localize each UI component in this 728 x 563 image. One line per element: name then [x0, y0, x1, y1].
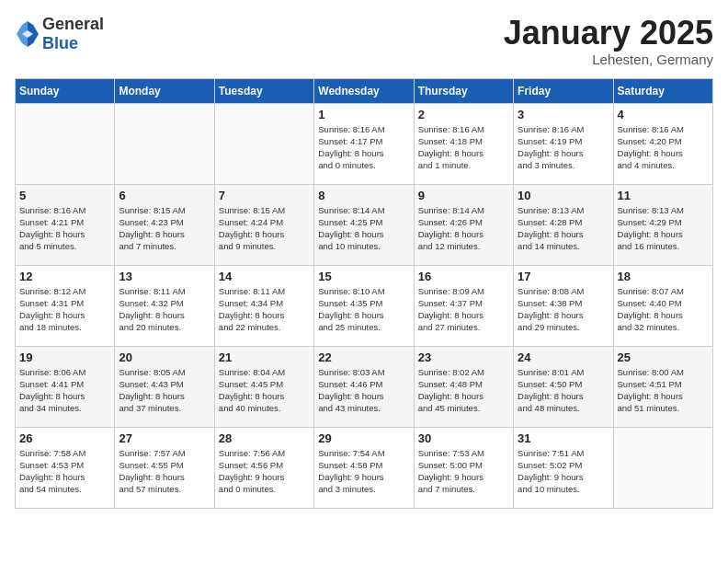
day-info: Sunrise: 7:57 AM Sunset: 4:55 PM Dayligh… — [119, 447, 210, 496]
day-number: 19 — [19, 350, 110, 364]
calendar-week-row: 1Sunrise: 8:16 AM Sunset: 4:17 PM Daylig… — [16, 103, 713, 184]
calendar-cell: 2Sunrise: 8:16 AM Sunset: 4:18 PM Daylig… — [414, 103, 513, 184]
calendar-cell: 9Sunrise: 8:14 AM Sunset: 4:26 PM Daylig… — [414, 184, 513, 265]
day-number: 26 — [19, 431, 110, 445]
day-number: 21 — [219, 350, 310, 364]
calendar-cell — [214, 103, 313, 184]
calendar-cell: 15Sunrise: 8:10 AM Sunset: 4:35 PM Dayli… — [314, 265, 414, 346]
day-info: Sunrise: 8:16 AM Sunset: 4:20 PM Dayligh… — [618, 123, 709, 172]
calendar-cell: 8Sunrise: 8:14 AM Sunset: 4:25 PM Daylig… — [314, 184, 414, 265]
calendar-cell: 17Sunrise: 8:08 AM Sunset: 4:38 PM Dayli… — [514, 265, 613, 346]
day-info: Sunrise: 8:07 AM Sunset: 4:40 PM Dayligh… — [618, 285, 709, 334]
calendar-cell: 26Sunrise: 7:58 AM Sunset: 4:53 PM Dayli… — [16, 427, 115, 508]
calendar-cell: 11Sunrise: 8:13 AM Sunset: 4:29 PM Dayli… — [613, 184, 712, 265]
day-info: Sunrise: 8:00 AM Sunset: 4:51 PM Dayligh… — [618, 366, 709, 415]
day-info: Sunrise: 8:16 AM Sunset: 4:19 PM Dayligh… — [518, 123, 609, 172]
calendar-cell: 25Sunrise: 8:00 AM Sunset: 4:51 PM Dayli… — [613, 346, 712, 427]
day-info: Sunrise: 8:10 AM Sunset: 4:35 PM Dayligh… — [318, 285, 409, 334]
day-number: 13 — [119, 270, 210, 283]
day-number: 31 — [518, 431, 609, 445]
calendar-cell: 22Sunrise: 8:03 AM Sunset: 4:46 PM Dayli… — [314, 346, 414, 427]
day-info: Sunrise: 8:16 AM Sunset: 4:18 PM Dayligh… — [418, 123, 509, 172]
day-info: Sunrise: 8:14 AM Sunset: 4:26 PM Dayligh… — [418, 204, 509, 253]
calendar-cell — [16, 103, 115, 184]
day-number: 27 — [119, 431, 210, 445]
calendar-week-row: 5Sunrise: 8:16 AM Sunset: 4:21 PM Daylig… — [16, 184, 713, 265]
day-info: Sunrise: 8:16 AM Sunset: 4:21 PM Dayligh… — [19, 204, 110, 253]
logo-blue: Blue — [42, 34, 78, 52]
calendar-cell: 29Sunrise: 7:54 AM Sunset: 4:58 PM Dayli… — [314, 427, 414, 508]
page-header: General Blue January 2025 Lehesten, Germ… — [15, 15, 713, 67]
weekday-header-cell: Saturday — [613, 78, 712, 103]
calendar-cell: 18Sunrise: 8:07 AM Sunset: 4:40 PM Dayli… — [613, 265, 712, 346]
day-info: Sunrise: 8:14 AM Sunset: 4:25 PM Dayligh… — [318, 204, 409, 253]
calendar-cell: 1Sunrise: 8:16 AM Sunset: 4:17 PM Daylig… — [314, 103, 414, 184]
calendar-cell: 7Sunrise: 8:15 AM Sunset: 4:24 PM Daylig… — [214, 184, 313, 265]
weekday-header-cell: Wednesday — [314, 78, 414, 103]
calendar-cell: 21Sunrise: 8:04 AM Sunset: 4:45 PM Dayli… — [214, 346, 313, 427]
day-number: 7 — [219, 189, 310, 202]
calendar-cell — [613, 427, 712, 508]
day-number: 12 — [19, 270, 110, 283]
calendar-cell: 24Sunrise: 8:01 AM Sunset: 4:50 PM Dayli… — [514, 346, 613, 427]
calendar-cell: 13Sunrise: 8:11 AM Sunset: 4:32 PM Dayli… — [115, 265, 214, 346]
calendar-cell: 12Sunrise: 8:12 AM Sunset: 4:31 PM Dayli… — [16, 265, 115, 346]
day-number: 14 — [219, 270, 310, 283]
day-number: 8 — [318, 189, 409, 202]
calendar-week-row: 19Sunrise: 8:06 AM Sunset: 4:41 PM Dayli… — [16, 346, 713, 427]
day-number: 10 — [518, 189, 609, 202]
day-number: 15 — [318, 270, 409, 283]
day-info: Sunrise: 7:51 AM Sunset: 5:02 PM Dayligh… — [518, 447, 609, 496]
day-info: Sunrise: 8:01 AM Sunset: 4:50 PM Dayligh… — [518, 366, 609, 415]
logo: General Blue — [15, 15, 104, 53]
day-number: 2 — [418, 108, 509, 121]
day-info: Sunrise: 7:53 AM Sunset: 5:00 PM Dayligh… — [418, 447, 509, 496]
day-info: Sunrise: 8:13 AM Sunset: 4:29 PM Dayligh… — [618, 204, 709, 253]
day-number: 16 — [418, 270, 509, 283]
day-number: 3 — [518, 108, 609, 121]
logo-icon — [15, 21, 40, 47]
calendar-cell: 5Sunrise: 8:16 AM Sunset: 4:21 PM Daylig… — [16, 184, 115, 265]
day-number: 1 — [318, 108, 409, 121]
weekday-header-cell: Tuesday — [214, 78, 313, 103]
calendar-cell: 27Sunrise: 7:57 AM Sunset: 4:55 PM Dayli… — [115, 427, 214, 508]
day-info: Sunrise: 8:02 AM Sunset: 4:48 PM Dayligh… — [418, 366, 509, 415]
calendar-cell: 20Sunrise: 8:05 AM Sunset: 4:43 PM Dayli… — [115, 346, 214, 427]
day-info: Sunrise: 8:08 AM Sunset: 4:38 PM Dayligh… — [518, 285, 609, 334]
day-info: Sunrise: 8:03 AM Sunset: 4:46 PM Dayligh… — [318, 366, 409, 415]
day-info: Sunrise: 8:05 AM Sunset: 4:43 PM Dayligh… — [119, 366, 210, 415]
calendar-cell: 3Sunrise: 8:16 AM Sunset: 4:19 PM Daylig… — [514, 103, 613, 184]
day-number: 22 — [318, 350, 409, 364]
logo-general: General — [42, 15, 104, 33]
weekday-header-cell: Monday — [115, 78, 214, 103]
day-info: Sunrise: 8:13 AM Sunset: 4:28 PM Dayligh… — [518, 204, 609, 253]
day-info: Sunrise: 8:16 AM Sunset: 4:17 PM Dayligh… — [318, 123, 409, 172]
day-number: 28 — [219, 431, 310, 445]
day-number: 6 — [119, 189, 210, 202]
day-number: 23 — [418, 350, 509, 364]
weekday-header-cell: Thursday — [414, 78, 513, 103]
day-number: 17 — [518, 270, 609, 283]
calendar-cell — [115, 103, 214, 184]
day-info: Sunrise: 8:15 AM Sunset: 4:23 PM Dayligh… — [119, 204, 210, 253]
calendar-week-row: 12Sunrise: 8:12 AM Sunset: 4:31 PM Dayli… — [16, 265, 713, 346]
calendar-cell: 10Sunrise: 8:13 AM Sunset: 4:28 PM Dayli… — [514, 184, 613, 265]
day-number: 25 — [618, 350, 709, 364]
calendar-cell: 19Sunrise: 8:06 AM Sunset: 4:41 PM Dayli… — [16, 346, 115, 427]
day-info: Sunrise: 8:12 AM Sunset: 4:31 PM Dayligh… — [19, 285, 110, 334]
day-info: Sunrise: 8:11 AM Sunset: 4:32 PM Dayligh… — [119, 285, 210, 334]
day-number: 11 — [618, 189, 709, 202]
day-info: Sunrise: 8:11 AM Sunset: 4:34 PM Dayligh… — [219, 285, 310, 334]
month-title: January 2025 — [504, 15, 713, 52]
calendar-table: SundayMondayTuesdayWednesdayThursdayFrid… — [15, 78, 713, 509]
day-info: Sunrise: 7:56 AM Sunset: 4:56 PM Dayligh… — [219, 447, 310, 496]
day-info: Sunrise: 7:54 AM Sunset: 4:58 PM Dayligh… — [318, 447, 409, 496]
location-title: Lehesten, Germany — [504, 52, 713, 67]
day-info: Sunrise: 8:06 AM Sunset: 4:41 PM Dayligh… — [19, 366, 110, 415]
day-info: Sunrise: 7:58 AM Sunset: 4:53 PM Dayligh… — [19, 447, 110, 496]
day-info: Sunrise: 8:09 AM Sunset: 4:37 PM Dayligh… — [418, 285, 509, 334]
day-number: 4 — [618, 108, 709, 121]
calendar-cell: 31Sunrise: 7:51 AM Sunset: 5:02 PM Dayli… — [514, 427, 613, 508]
calendar-cell: 14Sunrise: 8:11 AM Sunset: 4:34 PM Dayli… — [214, 265, 313, 346]
day-number: 20 — [119, 350, 210, 364]
